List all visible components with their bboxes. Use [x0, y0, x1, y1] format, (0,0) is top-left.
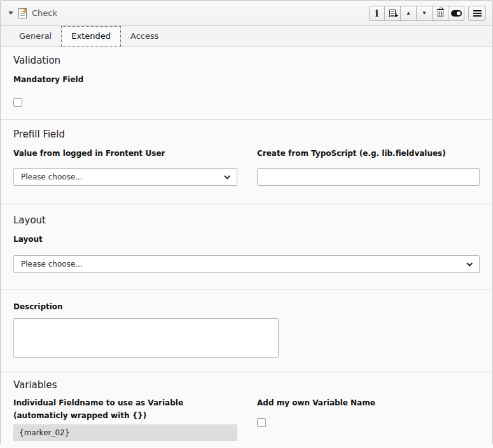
fieldname-label: Individual Fieldname to use as Variable(… [13, 396, 237, 422]
inline-record-panel: Check i ▲ ▼ [0, 0, 493, 444]
typoscript-input[interactable] [257, 168, 480, 186]
own-variable-label: Add my own Variable Name [257, 396, 480, 409]
layout-heading: Layout [13, 214, 480, 226]
validation-heading: Validation [13, 55, 480, 66]
move-down-button[interactable]: ▼ [417, 6, 433, 21]
mandatory-field-checkbox[interactable] [13, 98, 22, 107]
info-icon: i [375, 9, 378, 18]
prefill-right-column: Create from TypoScript (e.g. lib.fieldva… [257, 147, 480, 186]
tabbar: General Extended Access [1, 26, 492, 46]
section-validation: Validation Mandatory Field [1, 46, 492, 120]
prefill-heading: Prefill Field [13, 129, 480, 140]
delete-button[interactable] [433, 6, 448, 21]
menu-icon [473, 10, 482, 17]
mandatory-field-label: Mandatory Field [13, 73, 480, 86]
description-textarea[interactable] [13, 318, 279, 358]
tab-extended[interactable]: Extended [61, 26, 121, 47]
arrow-down-icon: ▼ [422, 11, 427, 16]
new-record-button[interactable] [385, 6, 401, 21]
chevron-down-icon [224, 173, 230, 179]
feuser-value-label: Value from logged in Frontent User [13, 147, 237, 160]
toggle-icon [451, 10, 462, 17]
info-button[interactable]: i [369, 6, 385, 21]
page: Check i ▲ ▼ [0, 0, 493, 448]
record-header: Check i ▲ ▼ [1, 1, 492, 26]
move-up-button[interactable]: ▲ [401, 6, 417, 21]
feuser-value-select[interactable]: Please choose... [13, 168, 237, 186]
section-prefill-field: Prefill Field Value from logged in Front… [1, 120, 492, 204]
section-layout: Layout Layout Please choose... [1, 204, 492, 290]
typoscript-label: Create from TypoScript (e.g. lib.fieldva… [257, 147, 480, 160]
variables-right-column: Add my own Variable Name [257, 396, 480, 441]
collapse-caret-icon[interactable] [8, 11, 13, 15]
toolbar-button-group: i ▲ ▼ [369, 6, 464, 21]
record-title: Check [32, 8, 57, 18]
section-variables: Variables Individual Fieldname to use as… [1, 372, 492, 448]
prefill-left-column: Value from logged in Frontent User Pleas… [13, 147, 237, 186]
layout-label: Layout [13, 233, 480, 246]
record-toolbar: i ▲ ▼ [369, 6, 486, 21]
fieldname-readonly-input[interactable] [13, 424, 237, 441]
toggle-visibility-button[interactable] [448, 6, 464, 21]
prefill-columns: Value from logged in Frontent User Pleas… [13, 147, 480, 186]
tab-access[interactable]: Access [121, 27, 169, 46]
variables-columns: Individual Fieldname to use as Variable(… [13, 396, 480, 441]
variables-heading: Variables [13, 379, 480, 391]
layout-selected-option: Please choose... [21, 260, 83, 269]
layout-select[interactable]: Please choose... [13, 255, 480, 273]
own-variable-checkbox[interactable] [257, 418, 266, 427]
arrow-up-icon: ▲ [406, 11, 411, 16]
variables-left-column: Individual Fieldname to use as Variable(… [13, 396, 237, 441]
chevron-down-icon [466, 260, 473, 267]
section-description: Description [1, 290, 492, 372]
feuser-value-selected-option: Please choose... [21, 172, 83, 181]
description-label: Description [13, 300, 480, 313]
tab-content: Validation Mandatory Field Prefill Field… [1, 46, 492, 448]
new-record-icon [389, 10, 396, 17]
tab-general[interactable]: General [10, 27, 61, 46]
drag-handle-button[interactable] [468, 6, 486, 21]
trash-icon [438, 11, 443, 17]
record-type-icon [18, 8, 27, 18]
